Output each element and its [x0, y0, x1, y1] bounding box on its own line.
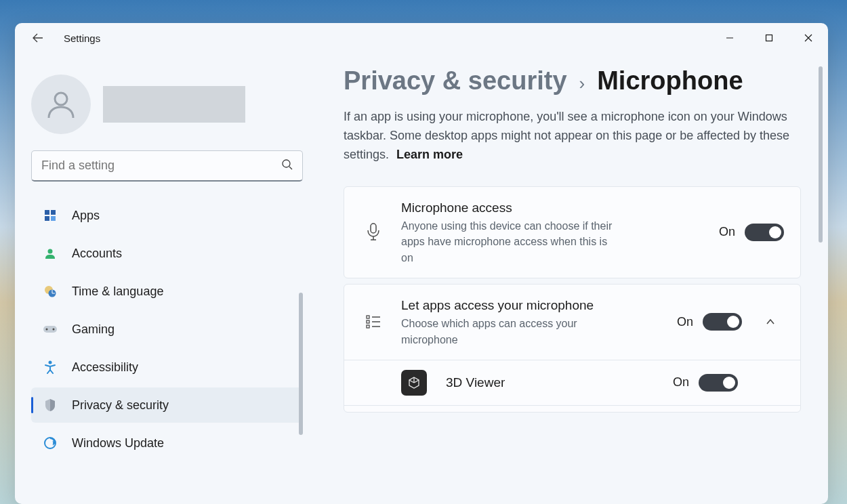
svg-point-2 — [283, 160, 290, 167]
svg-point-13 — [49, 361, 52, 364]
user-row[interactable] — [31, 75, 303, 134]
card-title: Let apps access your microphone — [401, 297, 662, 315]
sidebar-item-label: Time & language — [72, 285, 163, 299]
accessibility-icon — [42, 359, 58, 375]
main-content: Privacy & security › Microphone If an ap… — [316, 53, 828, 504]
expand-collapse-button[interactable] — [757, 318, 784, 325]
sidebar-item-label: Privacy & security — [72, 398, 169, 413]
update-icon — [42, 435, 58, 451]
sidebar-item-privacy[interactable]: Privacy & security — [31, 387, 303, 423]
window-controls — [710, 23, 828, 53]
apps-list-icon — [360, 309, 386, 335]
sidebar-item-label: Accessibility — [72, 360, 138, 375]
3d-viewer-icon — [401, 370, 427, 396]
svg-rect-10 — [43, 326, 57, 333]
svg-point-7 — [48, 249, 53, 254]
toggle-state-label: On — [677, 315, 693, 329]
svg-rect-4 — [51, 210, 56, 215]
microphone-access-toggle[interactable] — [745, 224, 784, 241]
sidebar-item-apps[interactable]: Apps — [31, 198, 303, 233]
page-description: If an app is using your microphone, you'… — [344, 108, 801, 165]
svg-point-1 — [55, 93, 67, 105]
sidebar-item-label: Gaming — [72, 322, 115, 337]
titlebar: Settings — [15, 23, 828, 53]
svg-rect-17 — [367, 320, 369, 323]
sidebar-item-accessibility[interactable]: Accessibility — [31, 350, 303, 385]
card-subtitle: Anyone using this device can choose if t… — [401, 218, 618, 266]
app-title: Settings — [64, 33, 100, 44]
svg-rect-6 — [51, 216, 56, 221]
card-microphone-access: Microphone access Anyone using this devi… — [344, 186, 801, 278]
breadcrumb: Privacy & security › Microphone — [344, 66, 801, 96]
minimize-button[interactable] — [710, 23, 749, 53]
app-name: 3D Viewer — [446, 375, 654, 390]
svg-point-11 — [46, 329, 48, 331]
sidebar-item-label: Windows Update — [72, 436, 164, 450]
card-let-apps-access: Let apps access your microphone Choose w… — [344, 284, 801, 413]
maximize-button[interactable] — [749, 23, 789, 53]
back-button[interactable] — [24, 24, 51, 51]
settings-window: Settings — [15, 23, 828, 504]
breadcrumb-parent[interactable]: Privacy & security — [344, 66, 567, 96]
sidebar-item-gaming[interactable]: Gaming — [31, 312, 303, 347]
card-title: Microphone access — [401, 199, 704, 217]
search-icon — [281, 159, 293, 173]
svg-rect-5 — [45, 216, 49, 221]
shield-icon — [42, 397, 58, 413]
toggle-state-label: On — [719, 225, 735, 239]
minimize-icon — [726, 34, 734, 42]
person-icon — [45, 88, 77, 121]
svg-rect-15 — [371, 224, 376, 233]
app-row — [344, 405, 800, 412]
sidebar-item-time-language[interactable]: Time & language — [31, 274, 303, 309]
close-button[interactable] — [789, 23, 828, 53]
back-arrow-icon — [33, 33, 43, 43]
app-row-3d-viewer: 3D Viewer On — [344, 360, 800, 405]
clock-globe-icon — [42, 283, 58, 299]
maximize-icon — [765, 34, 773, 42]
svg-rect-18 — [367, 325, 369, 328]
apps-icon — [42, 207, 58, 224]
search-input[interactable] — [31, 150, 303, 182]
chevron-right-icon: › — [579, 73, 585, 94]
sidebar-item-label: Accounts — [72, 247, 122, 261]
toggle-state-label: On — [673, 375, 689, 390]
svg-rect-0 — [766, 35, 772, 41]
main-scrollbar[interactable] — [819, 66, 823, 243]
card-subtitle: Choose which apps can access your microp… — [401, 316, 618, 347]
sidebar-item-windows-update[interactable]: Windows Update — [31, 425, 303, 461]
app-3d-viewer-toggle[interactable] — [699, 374, 738, 392]
microphone-icon — [360, 219, 386, 245]
learn-more-link[interactable]: Learn more — [396, 148, 463, 161]
breadcrumb-current: Microphone — [597, 66, 743, 96]
accounts-icon — [42, 245, 58, 261]
nav: Apps Accounts Time & language — [31, 198, 303, 461]
user-name-placeholder — [103, 86, 245, 123]
let-apps-access-toggle[interactable] — [703, 313, 742, 331]
chevron-up-icon — [766, 318, 775, 325]
sidebar-item-accounts[interactable]: Accounts — [31, 236, 303, 271]
sidebar: Apps Accounts Time & language — [15, 53, 316, 504]
avatar — [31, 75, 91, 134]
sidebar-item-label: Apps — [72, 209, 100, 223]
search-field — [31, 150, 303, 182]
svg-rect-16 — [367, 316, 369, 318]
svg-point-12 — [53, 329, 55, 331]
sidebar-scrollbar[interactable] — [299, 293, 303, 435]
gamepad-icon — [42, 321, 58, 337]
svg-rect-3 — [45, 210, 49, 215]
close-icon — [804, 34, 812, 42]
